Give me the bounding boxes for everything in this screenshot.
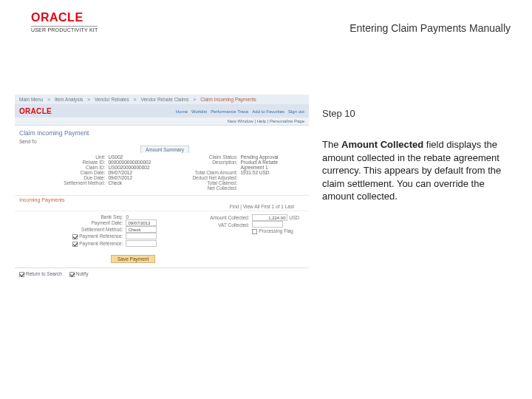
brand-block: ORACLE USER PRODUCTIVITY KIT [31,11,98,33]
ss-processing-flag-checkbox[interactable] [252,229,257,234]
ss-payment-ref2-input[interactable] [126,240,157,247]
step-heading: Step 10 [322,108,517,119]
ss-header-fields: Unit:US002 Rebate ID:0000000000000002 Cl… [15,153,309,195]
ss-settlement-method-input[interactable]: Check [126,226,157,233]
checkbox-icon[interactable] [19,272,24,277]
ss-footer: Return to Search Notify [15,267,309,280]
ss-vat-collected-input[interactable] [252,221,283,228]
instruction-text: The Amount Collected field displays the … [322,138,517,203]
ss-amount-collected-input[interactable]: 1,224.00 [252,214,287,221]
ss-breadcrumb: Main Menu > Item Analysis > Vendor Rebat… [15,95,309,104]
ss-brandbar: ORACLE Home Worklist Performance Trace A… [15,104,309,117]
ss-tab: Item Analysis [55,97,83,102]
ss-save-payment-button[interactable]: Save Payment [111,255,155,263]
embedded-screenshot: Main Menu > Item Analysis > Vendor Rebat… [15,95,309,280]
ss-incoming-payments-header: Incoming Payments [15,195,309,204]
checkbox-icon[interactable] [69,272,75,277]
ss-tab: Vendor Rebates [95,97,129,102]
page-title: Entering Claim Payments Manually [349,22,511,34]
ss-amount-summary-header: Amount Summary [140,146,189,153]
ss-payment-form: Bank Seq:0 Payment Date:09/07/2012 Settl… [15,211,309,252]
ss-tab: Main Menu [19,97,43,102]
ss-inner-tab: Send To [15,139,309,146]
ss-section-title: Claim Incoming Payment [15,126,309,139]
product-name: USER PRODUCTIVITY KIT [31,26,98,33]
checkbox-icon[interactable] [72,234,78,239]
ss-tab-current: Claim Incoming Payments [200,97,256,102]
ss-payment-ref-input[interactable] [126,233,157,239]
instruction-panel: Step 10 The Amount Collected field displ… [322,95,517,280]
ss-top-links: Home Worklist Performance Trace Add to F… [176,109,304,114]
ss-tab: Vendor Rebate Claims [140,97,188,102]
ss-oracle-logo: ORACLE [19,107,52,115]
ss-payment-date-input[interactable]: 09/07/2012 [126,219,157,226]
oracle-logo: ORACLE [31,11,98,24]
ss-grid-nav: Find | View All First 1 of 1 Last [15,204,309,211]
ss-underbar: New Window | Help | Personalize Page [15,117,309,126]
checkbox-icon[interactable] [72,242,78,247]
